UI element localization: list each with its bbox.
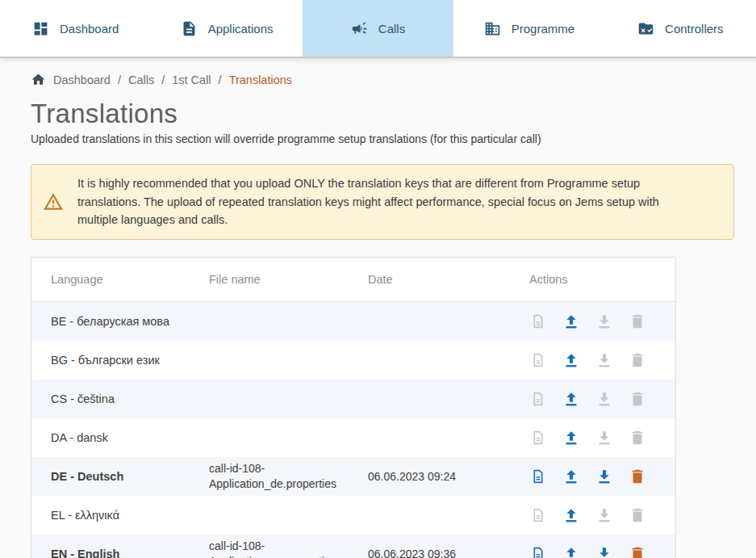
breadcrumb-separator: / [219,73,222,86]
language-cell: BG - български език [51,354,209,367]
delete-icon [629,390,646,408]
table-row: BG - български език [31,341,675,380]
table-row: BE - беларуская мова [31,302,675,341]
upload-icon[interactable] [562,351,580,369]
upload-icon[interactable] [562,390,580,408]
file-icon [529,313,547,330]
file-icon [529,506,547,524]
download-icon[interactable] [595,545,613,558]
tab-label: Controllers [665,22,724,36]
table-row: DE - Deutsch call-id-108-Application_de.… [31,457,675,496]
delete-icon [629,429,646,447]
column-header-language: Language [51,273,209,286]
file-icon[interactable] [529,545,547,558]
language-cell: EN - English [51,548,209,558]
tab-programme[interactable]: Programme [453,0,604,57]
file-icon [529,351,547,369]
delete-icon [629,351,646,369]
breadcrumb-separator: / [118,73,121,86]
delete-icon[interactable] [629,545,646,558]
warning-triangle-icon [43,191,64,212]
upload-icon[interactable] [562,313,580,330]
tab-applications[interactable]: Applications [151,0,302,57]
upload-icon[interactable] [562,506,580,524]
file-icon[interactable] [529,468,547,485]
tab-label: Applications [208,22,274,36]
page-subtitle: Uploaded translations in this section wi… [31,132,756,145]
actions-cell [529,390,675,408]
breadcrumb-current-translations: Translations [229,73,292,86]
actions-cell [529,351,675,369]
breadcrumb-1st-call[interactable]: 1st Call [172,73,211,86]
download-icon[interactable] [595,468,613,485]
table-row: EL - ελληνικά [31,496,675,535]
applications-file-icon [181,20,198,37]
file-name-cell [209,356,368,364]
download-icon [595,429,613,447]
delete-icon [629,506,646,524]
column-header-date: Date [368,273,529,286]
date-cell: 06.06.2023 09:36 [368,548,529,558]
upload-icon[interactable] [562,429,580,447]
file-name-cell: call-id-108-Application_de.properties [209,457,368,496]
delete-icon[interactable] [629,468,646,485]
language-cell: BE - беларуская мова [51,315,209,328]
warning-banner: It is highly recommended that you upload… [31,164,734,239]
tab-dashboard[interactable]: Dashboard [0,0,151,57]
language-cell: DA - dansk [51,431,209,444]
tab-controllers[interactable]: Controllers [605,0,756,57]
top-nav: Dashboard Applications Calls Programme C… [0,0,756,58]
translations-table: Language File name Date Actions BE - бел… [31,257,676,558]
delete-icon [629,313,646,330]
table-row: EN - English call-id-108-Application_en.… [31,535,675,558]
dashboard-icon [32,20,49,37]
download-icon [595,506,613,524]
language-cell: CS - čeština [51,392,209,405]
breadcrumb-calls[interactable]: Calls [128,73,154,86]
date-cell: 06.06.2023 09:24 [368,470,529,483]
file-name-cell [209,317,368,325]
tab-label: Calls [378,22,405,36]
column-header-actions: Actions [529,273,675,286]
home-icon[interactable] [31,72,46,87]
actions-cell [529,313,675,330]
language-cell: DE - Deutsch [51,470,209,483]
upload-icon[interactable] [562,468,580,485]
file-name-cell: call-id-108-Application_en.properties [209,535,368,558]
download-icon [595,351,613,369]
tab-label: Dashboard [60,22,119,36]
file-name-cell [209,434,368,442]
tab-label: Programme [512,22,574,36]
file-name-cell [209,511,368,519]
table-header-row: Language File name Date Actions [31,258,675,302]
programme-building-icon [484,20,501,37]
actions-cell [529,429,675,447]
table-row: CS - čeština [31,380,675,418]
column-header-file-name: File name [209,273,368,286]
tab-calls[interactable]: Calls [303,0,453,57]
table-row: DA - dansk [31,418,675,457]
page-content: Dashboard / Calls / 1st Call / Translati… [0,58,756,558]
actions-cell [529,545,675,558]
file-icon [529,390,547,408]
language-cell: EL - ελληνικά [51,509,209,522]
breadcrumb-dashboard[interactable]: Dashboard [53,73,111,86]
breadcrumb-separator: / [161,73,165,86]
file-icon [529,429,547,447]
download-icon [595,313,613,330]
controllers-folder-icon [637,20,654,37]
warning-text: It is highly recommended that you upload… [77,174,676,229]
upload-icon[interactable] [562,545,580,558]
actions-cell [529,468,675,485]
page-title: Translations [31,99,756,128]
actions-cell [529,506,675,524]
file-name-cell [209,395,368,403]
breadcrumb: Dashboard / Calls / 1st Call / Translati… [31,58,756,87]
download-icon [595,390,613,408]
calls-megaphone-icon [351,20,368,37]
